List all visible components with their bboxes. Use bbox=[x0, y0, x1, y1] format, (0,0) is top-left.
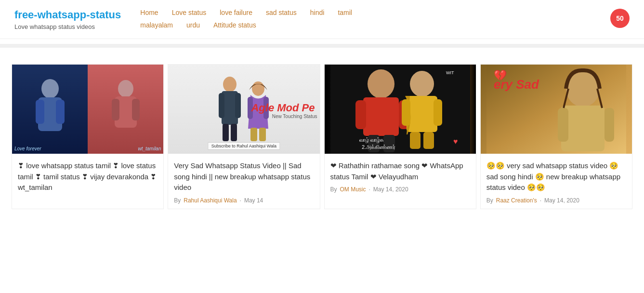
by-label-3: By bbox=[330, 186, 337, 193]
card-2-author[interactable]: Rahul Aashiqui Wala bbox=[184, 197, 237, 204]
thumb-1-inner: Love forever wt_tamilan bbox=[12, 65, 163, 154]
card-2-date: May 14 bbox=[244, 197, 263, 204]
nav-attitude-status[interactable]: Attitude status bbox=[213, 21, 256, 29]
thumb-1-right bbox=[88, 65, 163, 154]
anime-boy-icon bbox=[218, 76, 242, 143]
svg-rect-41 bbox=[605, 108, 614, 142]
card-2[interactable]: Agle Mod Pe New Touching Status Subscrib… bbox=[168, 64, 320, 209]
card-2-content: Very Sad Whatsapp Status Video || Sad so… bbox=[168, 154, 319, 209]
nav-love-status[interactable]: Love status bbox=[172, 9, 207, 16]
thumb-1-watermark-right: wt_tamilan bbox=[138, 146, 161, 151]
svg-rect-17 bbox=[250, 128, 257, 141]
divider bbox=[0, 44, 644, 48]
vijay-bg: வாழ் வாழ்க 2.அக்கிண்ணர் WIT ♥ bbox=[325, 65, 476, 154]
thumb-subscribe-text: Subscribe to Rahul Aashiqui Wala bbox=[208, 142, 280, 150]
nav-sad-status[interactable]: sad status bbox=[266, 9, 297, 16]
nav-urdu[interactable]: urdu bbox=[186, 21, 200, 29]
silhouette-right-icon bbox=[109, 78, 143, 141]
card-1-content: ❣ love whatsapp status tamil ❣ love stat… bbox=[12, 154, 163, 202]
card-3-thumbnail: வாழ் வாழ்க 2.அக்கிண்ணர் WIT ♥ bbox=[325, 65, 476, 154]
by-label-4: By bbox=[486, 197, 493, 204]
svg-text:WIT: WIT bbox=[446, 70, 454, 75]
silhouette-left-icon bbox=[33, 78, 67, 141]
svg-rect-13 bbox=[231, 124, 237, 141]
card-4-content: 🥺🥺 very sad whatsapp status video 🥺 sad … bbox=[481, 154, 632, 209]
meta-dot: · bbox=[240, 197, 241, 204]
svg-text:♥: ♥ bbox=[453, 137, 458, 146]
thumb-1-watermark: Love forever bbox=[14, 146, 41, 151]
nav-tamil[interactable]: tamil bbox=[338, 9, 352, 16]
card-3-date: May 14, 2020 bbox=[373, 186, 408, 193]
card-3-author[interactable]: OM Music bbox=[340, 186, 366, 193]
svg-rect-18 bbox=[259, 128, 266, 141]
card-3-meta: By OM Music · May 14, 2020 bbox=[330, 186, 470, 193]
meta-dot-4: · bbox=[540, 197, 541, 204]
nav-row-2: malayalam urdu Attitude status bbox=[140, 21, 610, 29]
svg-text:💔: 💔 bbox=[494, 69, 507, 82]
card-2-meta: By Rahul Aashiqui Wala · May 14 bbox=[174, 197, 314, 204]
nav-row-1: Home Love status love failure sad status… bbox=[140, 9, 610, 16]
svg-rect-2 bbox=[36, 100, 44, 124]
card-1-thumbnail: Love forever wt_tamilan bbox=[12, 65, 163, 154]
svg-point-14 bbox=[252, 81, 264, 96]
svg-text:வாழ் வாழ்க: வாழ் வாழ்க bbox=[359, 137, 384, 144]
header: free-whatsapp-status Love whatsapp statu… bbox=[0, 0, 644, 39]
nav-hindi[interactable]: hindi bbox=[310, 9, 325, 16]
svg-point-0 bbox=[41, 79, 59, 98]
svg-point-26 bbox=[410, 71, 434, 97]
vijay-illustration: வாழ் வாழ்க 2.அக்கிண்ணர் WIT ♥ bbox=[330, 65, 470, 154]
very-sad-illustration: ery Sad 💔 bbox=[486, 65, 626, 154]
card-4-author[interactable]: Raaz Creation's bbox=[496, 197, 537, 204]
card-4-meta: By Raaz Creation's · May 14, 2020 bbox=[486, 197, 626, 204]
svg-rect-3 bbox=[56, 100, 65, 124]
thumb-1-left bbox=[12, 65, 88, 154]
thumb-new-touching: New Touching Status bbox=[272, 114, 317, 119]
svg-rect-30 bbox=[410, 132, 421, 149]
svg-rect-27 bbox=[407, 96, 437, 132]
logo-area: free-whatsapp-status Love whatsapp statu… bbox=[14, 9, 121, 30]
svg-rect-11 bbox=[235, 93, 241, 118]
card-3-content: ❤ Rathathin rathamae song ❤ WhatsApp sta… bbox=[325, 154, 476, 198]
nav-love-failure[interactable]: love failure bbox=[220, 9, 252, 16]
svg-rect-28 bbox=[402, 99, 410, 126]
svg-point-20 bbox=[368, 69, 394, 98]
card-2-thumbnail: Agle Mod Pe New Touching Status Subscrib… bbox=[168, 65, 319, 154]
svg-rect-40 bbox=[558, 108, 568, 142]
corner-badge: 50 bbox=[610, 9, 630, 28]
svg-rect-22 bbox=[355, 100, 366, 129]
card-4-title[interactable]: 🥺🥺 very sad whatsapp status video 🥺 sad … bbox=[486, 160, 626, 193]
svg-rect-10 bbox=[219, 93, 224, 118]
card-1-title[interactable]: ❣ love whatsapp status tamil ❣ love stat… bbox=[18, 160, 158, 193]
svg-point-8 bbox=[223, 77, 237, 92]
thumb-agle-text: Agle Mod Pe bbox=[251, 102, 315, 114]
navigation: Home Love status love failure sad status… bbox=[121, 9, 610, 34]
card-4-thumbnail: ery Sad 💔 bbox=[481, 65, 632, 154]
nav-malayalam[interactable]: malayalam bbox=[140, 21, 173, 29]
card-4-date: May 14, 2020 bbox=[544, 197, 579, 204]
svg-rect-31 bbox=[423, 132, 434, 149]
meta-dot-3: · bbox=[369, 186, 370, 193]
svg-rect-29 bbox=[434, 99, 442, 126]
site-logo[interactable]: free-whatsapp-status bbox=[14, 9, 121, 21]
svg-text:2.அக்கிண்ணர்: 2.அக்கிண்ணர் bbox=[362, 144, 395, 150]
cards-grid: Love forever wt_tamilan ❣ love whatsapp … bbox=[0, 53, 644, 211]
card-1[interactable]: Love forever wt_tamilan ❣ love whatsapp … bbox=[12, 64, 164, 209]
svg-rect-6 bbox=[112, 99, 119, 120]
by-label: By bbox=[174, 197, 181, 204]
site-tagline: Love whatsapp status videos bbox=[14, 23, 121, 30]
nav-home[interactable]: Home bbox=[140, 9, 158, 16]
svg-point-4 bbox=[118, 80, 133, 97]
card-3-title[interactable]: ❤ Rathathin rathamae song ❤ WhatsApp sta… bbox=[330, 160, 470, 182]
card-4[interactable]: ery Sad 💔 🥺🥺 very sad whatsapp status vi… bbox=[480, 64, 632, 209]
card-2-title[interactable]: Very Sad Whatsapp Status Video || Sad so… bbox=[174, 160, 314, 193]
card-3[interactable]: வாழ் வாழ்க 2.அக்கிண்ணர் WIT ♥ ❤ Rathathi… bbox=[324, 64, 476, 209]
svg-rect-21 bbox=[363, 97, 399, 136]
svg-rect-7 bbox=[132, 99, 140, 120]
svg-rect-12 bbox=[223, 124, 229, 141]
